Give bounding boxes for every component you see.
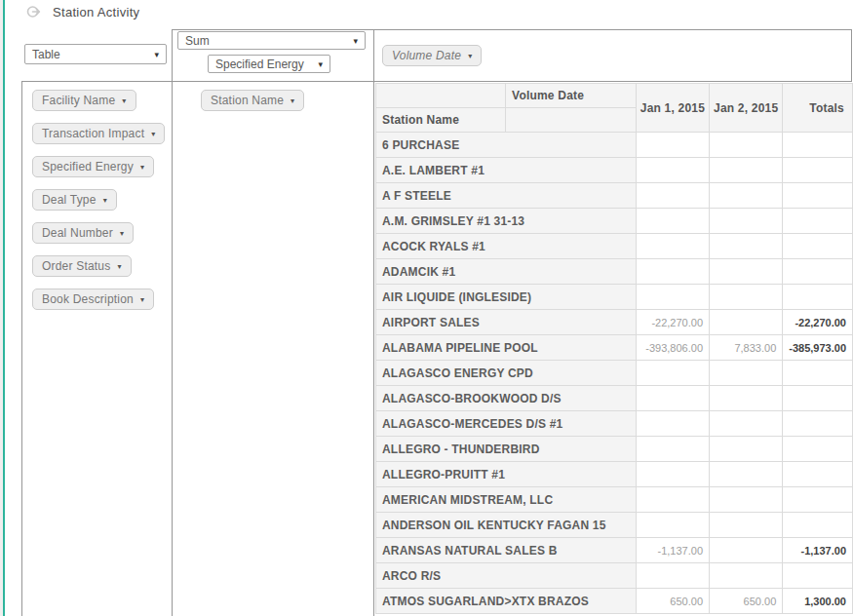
pivot-value-cell: 650.00 [710,589,783,614]
triangle-down-icon[interactable]: ▾ [140,295,144,304]
pivot-total-cell: -1,137.00 [783,538,853,563]
pivot-total-cell [783,487,853,513]
pivot-value-cell [636,285,709,310]
triangle-down-icon[interactable]: ▾ [151,130,155,138]
pivot-row-label: 6 PURCHASE [376,133,637,158]
attribute-pill-volume-date[interactable]: Volume Date▾ [382,45,482,66]
pivot-table-row: 6 PURCHASE [376,133,853,158]
pivot-table-row: AIRPORT SALES-22,270.00-22,270.00 [376,310,853,335]
pivot-total-cell [783,158,853,183]
pivot-row-axis-label: Station Name [376,108,506,133]
pivot-value-cell [710,487,783,513]
pivot-total-cell [783,437,853,462]
pivot-row-label: ALAGASCO-MERCEDES D/S #1 [376,411,637,437]
pivot-value-cell: -1,137.00 [636,538,709,563]
pivot-value-cell [710,437,783,462]
pivot-value-cell [710,361,783,386]
pivot-value-cell [710,259,783,285]
pivot-row-label: ALLEGRO - THUNDERBIRD [376,437,637,462]
attribute-pill-specified-energy[interactable]: Specified Energy▾ [32,156,154,177]
column-attributes-area: Volume Date▾ [373,29,852,82]
pivot-table-row: AIR LIQUIDE (INGLESIDE) [376,285,853,310]
renderer-select-value: Table [32,48,60,61]
attribute-pill-transaction-impact[interactable]: Transaction Impact▾ [32,123,165,144]
pivot-value-cell [636,563,709,589]
triangle-down-icon[interactable]: ▾ [122,96,126,105]
pivot-row-label: ATMOS SUGARLAND>XTX BRAZOS [376,589,637,614]
renderer-select[interactable]: Table ▾ [24,44,167,64]
triangle-down-icon[interactable]: ▾ [103,196,107,205]
pivot-value-cell [710,158,783,183]
pivot-row-label: ALLEGRO-PRUITT #1 [376,462,637,487]
attribute-pill-station-name[interactable]: Station Name▾ [201,90,304,111]
pivot-row-label: ALAGASCO ENERGY CPD [376,361,637,386]
pivot-value-cell [636,513,709,538]
aggregator-arg-select[interactable]: Specified Energy ▾ [208,55,330,73]
pivot-total-cell [783,285,853,310]
attribute-pill-order-status[interactable]: Order Status▾ [32,255,132,277]
pivot-table-head: Volume DateJan 1, 2015Jan 2, 2015TotalsS… [376,84,853,133]
pivot-table-row: ALLEGRO - THUNDERBIRD [376,437,853,462]
pivot-value-cell [710,310,783,335]
pivot-table-row: ARCO R/S [376,563,853,589]
attribute-pill-label: Deal Number [42,226,113,240]
pivot-value-cell [710,538,783,563]
pivot-row-label: A.E. LAMBERT #1 [376,158,637,183]
triangle-down-icon[interactable]: ▾ [117,262,121,271]
pivot-value-cell [636,411,709,437]
pivot-value-cell: 650.00 [636,589,709,614]
pivot-row-label: ALABAMA PIPELINE POOL [376,335,637,361]
pivot-value-cell [710,183,783,209]
aggregator-select-value: Sum [185,34,210,48]
pivot-table-row: ALABAMA PIPELINE POOL-393,806.007,833.00… [376,335,853,361]
pivot-table-body: 6 PURCHASEA.E. LAMBERT #1A F STEELEA.M. … [376,133,853,614]
pivot-total-cell [783,183,853,209]
pivot-total-cell [783,133,853,158]
pivot-value-cell [636,209,709,234]
pivot-table-row: ACOCK RYALS #1 [376,234,853,259]
pivot-value-cell [636,234,709,259]
pivot-totals-header: Totals [783,84,853,133]
aggregator-select[interactable]: Sum ▾ [177,31,366,50]
attribute-pill-deal-type[interactable]: Deal Type▾ [32,189,117,211]
attribute-pill-label: Book Description [42,292,134,306]
attribute-pill-facility-name[interactable]: Facility Name▾ [32,90,136,111]
pivot-value-cell [710,386,783,411]
pivot-row-label: AIR LIQUIDE (INGLESIDE) [376,285,637,310]
select-arrow-icon: ▾ [318,59,323,69]
share-arrow-icon [26,4,42,19]
triangle-down-icon[interactable]: ▾ [140,163,144,172]
pivot-value-cell [710,133,783,158]
pivot-row-label: ADAMCIK #1 [376,259,637,285]
attribute-pill-label: Specified Energy [42,160,134,173]
pivot-col-header-jan-1-2015: Jan 1, 2015 [636,84,709,133]
pivot-table-row: A F STEELE [376,183,853,209]
pivot-table-row: ALLEGRO-PRUITT #1 [376,462,853,487]
pivot-table-row: AMERICAN MIDSTREAM, LLC [376,487,853,513]
pivot-table-row: ALAGASCO-MERCEDES D/S #1 [376,411,853,437]
pivot-col-header-jan-2-2015: Jan 2, 2015 [710,84,783,133]
pivot-total-cell [783,386,853,411]
pivot-total-cell [783,259,853,285]
triangle-down-icon[interactable]: ▾ [291,96,294,105]
pivot-value-cell [636,361,709,386]
triangle-down-icon[interactable]: ▾ [468,52,472,60]
pivot-value-cell: -393,806.00 [636,335,709,361]
aggregator-arg-select-value: Specified Energy [215,58,304,71]
pivot-row-label: ARANSAS NATURAL SALES B [376,538,637,563]
pivot-total-cell [783,513,853,538]
pivot-total-cell: -22,270.00 [783,310,853,335]
pivot-row-label: A.M. GRIMSLEY #1 31-13 [376,209,637,234]
triangle-down-icon[interactable]: ▾ [120,229,124,238]
pivot-value-cell [636,487,709,513]
pivot-table-row: A.E. LAMBERT #1 [376,158,853,183]
pivot-corner-cell [376,84,506,108]
attribute-pill-label: Deal Type [42,193,97,207]
attribute-pill-book-description[interactable]: Book Description▾ [32,289,154,310]
pivot-value-cell [710,462,783,487]
pivot-value-cell [636,259,709,285]
pivot-total-cell [783,209,853,234]
attribute-pill-deal-number[interactable]: Deal Number▾ [32,222,134,244]
pivot-row-label: ACOCK RYALS #1 [376,234,637,259]
select-arrow-icon: ▾ [353,36,358,46]
